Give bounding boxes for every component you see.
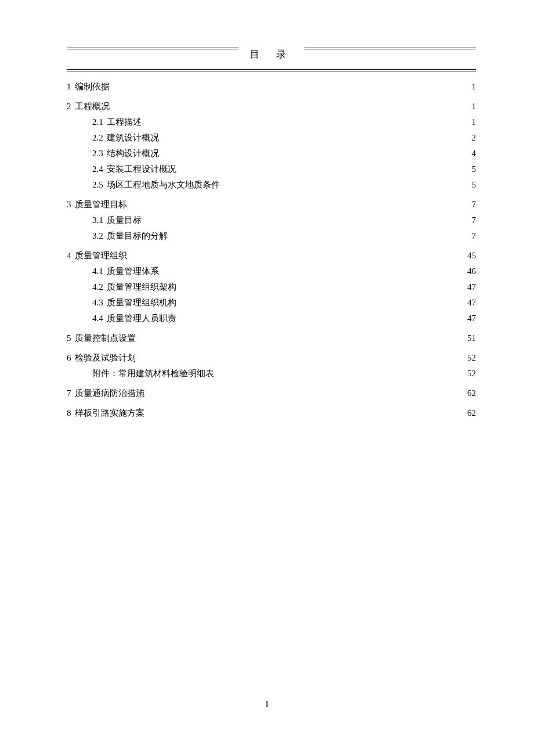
toc-entry: 附件：常用建筑材料检验明细表52 [67,366,476,380]
toc-entry-number: 6 [67,351,71,365]
toc-entry: 4.2质量管理组织架构47 [67,280,476,294]
toc-entry-page: 7 [472,213,477,227]
toc-entry-page: 47 [467,311,476,325]
document-page: 目 录 1编制依据12工程概况12.1工程描述12.2建筑设计概况22.3结构设… [0,0,534,445]
toc-entry-label: 质量管理组织 [75,249,127,262]
toc-title: 目 录 [245,48,297,61]
toc-entry-page: 1 [472,115,477,129]
toc-entry: 4.4质量管理人员职责47 [67,311,476,325]
toc-entry-page: 7 [472,229,477,243]
toc-entry-number: 2.2 [92,131,103,145]
toc-entry-number: 3 [67,197,71,211]
toc-entry-label: 质量管理体系 [107,264,159,278]
toc-entry-number: 7 [67,386,71,400]
toc-entry-page: 7 [472,197,477,211]
toc-entry-label: 安装工程设计概况 [107,162,176,176]
toc-entry-label: 质量通病防治措施 [75,386,145,400]
toc-entry-number: 4.4 [92,311,103,325]
toc-entry: 4质量管理组织45 [67,249,476,262]
toc-entry-number: 4 [67,249,71,262]
toc-entry: 3.1质量目标7 [67,213,476,227]
toc-entry: 4.1质量管理体系46 [67,264,476,278]
toc-entry-number: 2.1 [92,115,103,129]
toc-entry-label: 质量目标的分解 [107,229,168,243]
toc-entry-label: 检验及试验计划 [75,351,136,365]
toc-entry: 4.3质量管理组织机构47 [67,296,476,309]
toc-entry-number: 2.3 [92,146,103,160]
toc-entry-page: 62 [467,406,476,420]
toc-entry-page: 52 [467,366,476,380]
toc-entry-label: 场区工程地质与水文地质条件 [107,178,220,192]
toc-entry: 2.1工程描述1 [67,115,476,129]
toc-entry-number: 5 [67,331,71,345]
page-number: I [0,700,534,710]
toc-entry-number: 4.2 [92,280,103,294]
toc-entry-page: 52 [467,351,476,365]
toc-entry-number: 3.2 [92,229,103,243]
toc-entry-page: 47 [467,280,476,294]
toc-entry-page: 1 [472,80,477,93]
toc-entry: 8样板引路实施方案62 [67,406,476,420]
toc-entry: 2.2建筑设计概况2 [67,131,476,145]
toc-entry: 1编制依据1 [67,80,476,93]
toc-entry-page: 47 [467,296,476,309]
toc-entry-label: 样板引路实施方案 [75,406,145,420]
toc-entry-page: 51 [467,331,476,345]
toc-entry-number: 4.1 [92,264,103,278]
toc-entry-label: 编制依据 [75,80,110,93]
toc-entry-page: 5 [472,162,477,176]
toc-entry-label: 质量控制点设置 [75,331,136,345]
table-of-contents: 1编制依据12工程概况12.1工程描述12.2建筑设计概况22.3结构设计概况4… [67,80,476,420]
toc-entry: 2.5场区工程地质与水文地质条件5 [67,178,476,192]
title-section: 目 录 [67,48,476,61]
toc-entry-number: 2.4 [92,162,103,176]
toc-entry: 5质量控制点设置51 [67,331,476,345]
toc-entry: 3.2质量目标的分解7 [67,229,476,243]
toc-entry-page: 45 [467,249,476,262]
toc-entry: 2.3结构设计概况4 [67,146,476,160]
toc-entry-page: 1 [472,99,477,113]
toc-entry: 2工程概况1 [67,99,476,113]
toc-entry-page: 46 [467,264,476,278]
toc-entry-label: 质量管理组织架构 [107,280,176,294]
toc-entry-label: 建筑设计概况 [107,131,159,145]
toc-entry-number: 3.1 [92,213,103,227]
toc-entry-number: 2 [67,99,71,113]
toc-entry-label: 质量管理组织机构 [107,296,176,309]
toc-entry-label: 质量管理目标 [75,197,127,211]
title-full-underline [67,69,476,71]
toc-entry: 6检验及试验计划52 [67,351,476,365]
toc-entry-number: 1 [67,80,71,93]
toc-entry: 7质量通病防治措施62 [67,386,476,400]
toc-entry-number: 4.3 [92,296,103,309]
toc-entry-page: 5 [472,178,477,192]
toc-entry-page: 2 [472,131,477,145]
toc-entry-page: 62 [467,386,476,400]
toc-entry: 2.4安装工程设计概况5 [67,162,476,176]
toc-entry: 3质量管理目标7 [67,197,476,211]
toc-entry-page: 4 [472,146,477,160]
toc-entry-label: 质量目标 [107,213,142,227]
toc-entry-number: 2.5 [92,178,103,192]
toc-entry-label: 工程描述 [107,115,142,129]
toc-entry-number: 8 [67,406,71,420]
toc-entry-label: 附件：常用建筑材料检验明细表 [92,366,214,380]
toc-entry-label: 质量管理人员职责 [107,311,176,325]
toc-entry-label: 工程概况 [75,99,110,113]
toc-entry-label: 结构设计概况 [107,146,159,160]
